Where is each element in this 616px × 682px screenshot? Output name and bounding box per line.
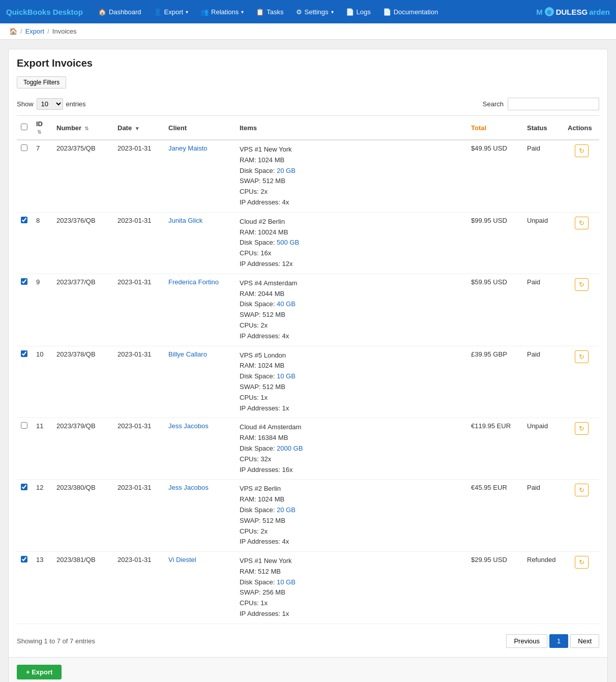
previous-button[interactable]: Previous [506, 634, 547, 648]
row-checkbox-cell [17, 212, 32, 274]
table-row: 102023/378/QB2023-01-31Billye CallaroVPS… [17, 346, 599, 418]
nav-settings[interactable]: ⚙ Settings ▾ [290, 0, 340, 23]
breadcrumb-sep-1: / [20, 27, 22, 35]
client-link[interactable]: Jess Jacobos [168, 422, 209, 430]
row-date: 2023-01-31 [113, 480, 164, 552]
breadcrumb: 🏠 / Export / Invoices [0, 23, 616, 40]
row-total: £39.95 GBP [467, 346, 523, 418]
row-items: Cloud #2 BerlinRAM: 10024 MBDisk Space: … [236, 212, 467, 274]
header-date[interactable]: Date ▼ [113, 116, 164, 140]
sync-button[interactable]: ↻ [575, 350, 589, 363]
row-date: 2023-01-31 [113, 346, 164, 418]
row-id: 11 [32, 418, 52, 480]
header-status: Status [523, 116, 564, 140]
row-checkbox[interactable] [21, 350, 27, 357]
client-link[interactable]: Janey Maisto [168, 144, 208, 152]
table-row: 82023/376/QB2023-01-31Junita GlickCloud … [17, 212, 599, 274]
nav-tasks[interactable]: 📋 Tasks [250, 0, 289, 23]
home-breadcrumb-icon[interactable]: 🏠 [9, 27, 17, 35]
row-checkbox-cell [17, 418, 32, 480]
brand-logo: QuickBooks Desktop [6, 8, 83, 16]
table-controls: Show 10 25 50 100 entries Search [17, 98, 599, 110]
row-number: 2023/377/QB [52, 274, 113, 346]
nav-documentation[interactable]: 📄 Documentation [377, 0, 444, 23]
select-all-checkbox[interactable] [21, 124, 27, 130]
mg-text-suffix: DULESG [556, 8, 588, 16]
sync-button[interactable]: ↻ [575, 484, 589, 496]
search-input[interactable] [508, 98, 599, 110]
sync-button[interactable]: ↻ [575, 217, 589, 229]
sync-button[interactable]: ↻ [575, 144, 589, 157]
row-checkbox[interactable] [21, 278, 27, 285]
row-checkbox[interactable] [21, 144, 27, 151]
entries-select[interactable]: 10 25 50 100 [37, 98, 63, 110]
nav-logs-label: Logs [357, 8, 371, 16]
nav-logs[interactable]: 📄 Logs [340, 0, 377, 23]
row-checkbox[interactable] [21, 217, 27, 223]
nav-relations[interactable]: 👥 Relations ▾ [194, 0, 250, 23]
breadcrumb-export-link[interactable]: Export [25, 27, 45, 35]
nav-documentation-label: Documentation [394, 8, 438, 16]
row-client: Frederica Fortino [164, 274, 236, 346]
page-1-button[interactable]: 1 [549, 634, 568, 648]
client-link[interactable]: Billye Callaro [168, 350, 207, 358]
nav-export-label: Export [164, 8, 184, 16]
logs-icon: 📄 [346, 8, 354, 16]
row-date: 2023-01-31 [113, 418, 164, 480]
toggle-filters-button[interactable]: Toggle Filters [17, 76, 66, 88]
client-link[interactable]: Vi Diestel [168, 556, 196, 564]
client-link[interactable]: Frederica Fortino [168, 278, 219, 286]
row-date: 2023-01-31 [113, 140, 164, 212]
row-checkbox[interactable] [21, 484, 27, 490]
mg-garden: arden [589, 8, 610, 16]
chevron-down-icon: ▾ [331, 9, 334, 15]
row-date: 2023-01-31 [113, 212, 164, 274]
client-link[interactable]: Junita Glick [168, 217, 202, 224]
row-total: €45.95 EUR [467, 480, 523, 552]
row-actions: ↻ [564, 212, 599, 274]
table-body: 72023/375/QB2023-01-31Janey MaistoVPS #1… [17, 140, 599, 624]
row-client: Vi Diestel [164, 552, 236, 624]
row-total: $99.95 USD [467, 212, 523, 274]
header-checkbox[interactable] [17, 116, 32, 140]
row-checkbox[interactable] [21, 556, 27, 562]
row-id: 8 [32, 212, 52, 274]
nav-tasks-label: Tasks [267, 8, 283, 16]
nav-dashboard-label: Dashboard [109, 8, 141, 16]
row-status: Unpaid [523, 212, 564, 274]
row-items: VPS #1 New YorkRAM: 1024 MBDisk Space: 2… [236, 140, 467, 212]
next-button[interactable]: Next [570, 634, 599, 648]
row-client: Billye Callaro [164, 346, 236, 418]
sort-icon-date: ▼ [135, 126, 140, 131]
table-footer: Showing 1 to 7 of 7 entries Previous 1 N… [17, 628, 599, 653]
header-row: ID ⇅ Number ⇅ Date ▼ Client Items Total … [17, 116, 599, 140]
header-number[interactable]: Number ⇅ [52, 116, 113, 140]
table-row: 132023/381/QB2023-01-31Vi DiestelVPS #1 … [17, 552, 599, 624]
row-items: VPS #2 BerlinRAM: 1024 MBDisk Space: 20 … [236, 480, 467, 552]
export-bar: + Export [9, 657, 607, 682]
table-row: 92023/377/QB2023-01-31Frederica FortinoV… [17, 274, 599, 346]
row-checkbox[interactable] [21, 422, 27, 429]
mg-text-prefix: M [536, 8, 543, 16]
client-link[interactable]: Jess Jacobos [168, 484, 209, 491]
export-button[interactable]: + Export [17, 665, 62, 679]
row-actions: ↻ [564, 480, 599, 552]
nav-relations-label: Relations [211, 8, 239, 16]
nav-dashboard[interactable]: 🏠 Dashboard [92, 0, 148, 23]
sync-button[interactable]: ↻ [575, 278, 589, 291]
header-id[interactable]: ID ⇅ [32, 116, 52, 140]
nav-export[interactable]: 👤 Export ▾ [148, 0, 195, 23]
row-total: $29.95 USD [467, 552, 523, 624]
sync-button[interactable]: ↻ [575, 422, 589, 435]
row-date: 2023-01-31 [113, 274, 164, 346]
row-id: 7 [32, 140, 52, 212]
main-content: Export Invoices Toggle Filters Show 10 2… [0, 40, 616, 682]
row-items: VPS #5 LondonRAM: 1024 MBDisk Space: 10 … [236, 346, 467, 418]
row-checkbox-cell [17, 140, 32, 212]
tasks-icon: 📋 [256, 8, 264, 16]
sync-button[interactable]: ↻ [575, 556, 589, 569]
row-status: Refunded [523, 552, 564, 624]
row-actions: ↻ [564, 346, 599, 418]
home-icon: 🏠 [98, 8, 106, 16]
row-actions: ↻ [564, 552, 599, 624]
